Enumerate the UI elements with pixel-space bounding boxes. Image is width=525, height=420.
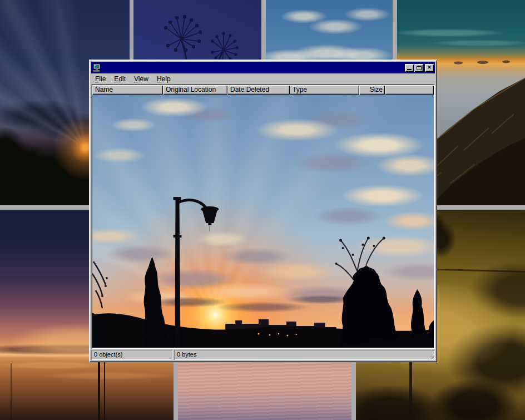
- column-header-row: Name Original Location Date Deleted Type…: [92, 85, 434, 95]
- lake-pole: [11, 363, 12, 420]
- status-size-text: 0 bytes: [177, 351, 196, 358]
- photo-silhouettes: [92, 95, 434, 348]
- column-header-name[interactable]: Name: [92, 85, 163, 95]
- close-button[interactable]: ✕: [425, 64, 434, 72]
- menu-file[interactable]: File: [92, 74, 109, 84]
- list-view-sunset-streetlamp-photo[interactable]: [92, 95, 434, 348]
- column-header-empty[interactable]: [385, 85, 434, 95]
- maximize-icon: [417, 66, 422, 70]
- status-bar: 0 object(s) 0 bytes: [91, 350, 435, 360]
- lake-pole: [98, 358, 100, 420]
- file-list-client-area: Name Original Location Date Deleted Type…: [91, 84, 435, 349]
- column-header-date-deleted[interactable]: Date Deleted: [227, 85, 290, 95]
- close-icon: ✕: [427, 65, 432, 70]
- computer-icon[interactable]: [92, 63, 101, 72]
- menu-view[interactable]: View: [131, 74, 152, 84]
- menu-edit[interactable]: Edit: [111, 74, 129, 84]
- menu-bar: File Edit View Help: [91, 73, 435, 84]
- maximize-button[interactable]: [414, 64, 423, 72]
- minimize-button[interactable]: [405, 64, 414, 72]
- recycle-bin-window: ✕ File Edit View Help Name Original Loca…: [89, 60, 437, 362]
- resize-grip[interactable]: [427, 352, 434, 359]
- titlebar[interactable]: ✕: [91, 62, 435, 73]
- desktop-wallpaper: ✕ File Edit View Help Name Original Loca…: [0, 0, 525, 420]
- column-header-size[interactable]: Size: [359, 85, 385, 95]
- lake-pole: [104, 360, 105, 420]
- menu-help[interactable]: Help: [153, 74, 174, 84]
- column-header-type[interactable]: Type: [290, 85, 359, 95]
- status-object-count: 0 object(s): [91, 350, 172, 360]
- column-header-original-location[interactable]: Original Location: [163, 85, 227, 95]
- minimize-icon: [407, 69, 412, 70]
- status-size: 0 bytes: [174, 350, 435, 360]
